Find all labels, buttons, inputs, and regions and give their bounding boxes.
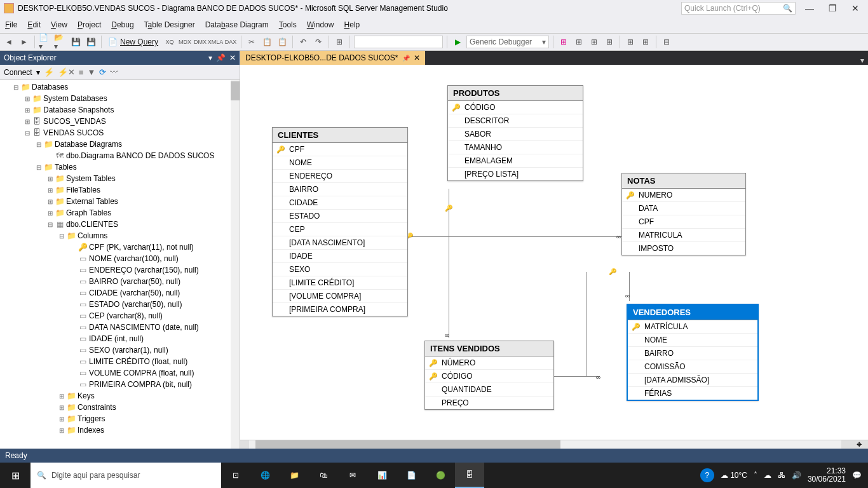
tree-item[interactable]: ▭BAIRRO (varchar(50), null) <box>0 276 240 287</box>
table-tool-2[interactable]: ⊞ <box>573 36 585 48</box>
tree-twisty[interactable]: ⊞ <box>57 393 66 400</box>
table-column[interactable]: [VOLUME COMPRA] <box>273 290 407 303</box>
table-column[interactable]: DATA <box>622 202 745 215</box>
table-column[interactable]: NOME <box>273 156 407 170</box>
new-query-button[interactable]: 📄 New Query <box>105 37 161 46</box>
disconnect-icon[interactable]: ⚡✕ <box>58 67 75 77</box>
table-column[interactable]: 🔑CÓDIGO <box>448 101 583 114</box>
table-column[interactable]: ESTADO <box>273 210 407 223</box>
tree-item[interactable]: ▭SEXO (varchar(1), null) <box>0 344 240 356</box>
connect-button[interactable]: Connect <box>4 68 32 77</box>
table-column[interactable]: SEXO <box>273 263 407 276</box>
open-button[interactable]: 📂▾ <box>54 36 67 48</box>
tree-item[interactable]: ▭VOLUME COMPRA (float, null) <box>0 367 240 379</box>
menu-file[interactable]: File <box>5 20 17 29</box>
diagram-table-itens[interactable]: ITENS VENDIDOS🔑NÚMERO🔑CÓDIGOQUANTIDADEPR… <box>424 341 554 410</box>
tree-twisty[interactable]: ⊞ <box>23 118 32 125</box>
tree-item[interactable]: ⊟🗄VENDAS SUCOS <box>0 127 240 139</box>
database-dropdown[interactable] <box>354 36 443 48</box>
menu-debug[interactable]: Debug <box>111 20 133 29</box>
table-column[interactable]: [LIMITE CRÉDITO] <box>273 276 407 290</box>
hscroll-thumb[interactable] <box>255 440 560 449</box>
table-column[interactable]: 🔑CÓDIGO <box>425 370 553 383</box>
taskbar-chrome[interactable]: 🟢 <box>426 463 455 488</box>
new-project-button[interactable]: 📄▾ <box>39 36 51 48</box>
menu-view[interactable]: View <box>51 20 67 29</box>
panel-pin-button[interactable]: 📌 <box>216 53 226 62</box>
tree-item[interactable]: ▭DATA NASCIMENTO (date, null) <box>0 322 240 333</box>
tree-item[interactable]: ▭ESTADO (varchar(50), null) <box>0 299 240 310</box>
table-tool-3[interactable]: ⊞ <box>588 36 600 48</box>
table-column[interactable]: COMISSÃO <box>628 360 757 374</box>
task-view-button[interactable]: ⊡ <box>221 463 250 488</box>
taskbar-mail[interactable]: ✉ <box>338 463 367 488</box>
hscroll-left-arrow[interactable] <box>240 440 249 449</box>
help-icon[interactable]: ? <box>700 468 714 482</box>
paste-button[interactable]: 📋 <box>276 36 288 48</box>
tree-item[interactable]: ▭PRIMEIRA COMPRA (bit, null) <box>0 379 240 390</box>
diagram-tool-2[interactable]: ⊞ <box>639 36 652 48</box>
taskbar-word[interactable]: 📄 <box>397 463 426 488</box>
tree-twisty[interactable]: ⊞ <box>57 404 66 411</box>
table-column[interactable]: FÉRIAS <box>628 387 757 400</box>
network-icon[interactable]: 🖧 <box>778 471 785 480</box>
tree-item[interactable]: ▭ENDEREÇO (varchar(150), null) <box>0 264 240 276</box>
tree-twisty[interactable]: ⊞ <box>23 107 32 114</box>
minimize-button[interactable]: — <box>801 2 818 15</box>
table-column[interactable]: SABOR <box>448 128 583 141</box>
nav-back-button[interactable]: ◄ <box>3 36 15 48</box>
redo-button[interactable]: ↷ <box>312 36 325 48</box>
taskbar-ssms[interactable]: 🗄 <box>455 463 484 488</box>
table-header[interactable]: VENDEDORES <box>628 305 757 320</box>
table-column[interactable]: [PREÇO LISTA] <box>448 168 583 180</box>
tray-chevron-up-icon[interactable]: ˄ <box>754 471 757 480</box>
tree-item[interactable]: ⊞📁System Databases <box>0 93 240 104</box>
connect-dropdown[interactable]: ▾ <box>36 68 40 77</box>
panel-menu-button[interactable]: ▾ <box>208 53 212 62</box>
tree-item[interactable]: ▭LIMITE CRÉDITO (float, null) <box>0 356 240 367</box>
taskbar-edge[interactable]: 🌐 <box>250 463 280 488</box>
activity-icon[interactable]: 〰 <box>110 67 118 77</box>
table-header[interactable]: ITENS VENDIDOS <box>425 341 553 356</box>
tree-item[interactable]: ▭CIDADE (varchar(50), null) <box>0 287 240 299</box>
diagram-tool-3[interactable]: ⊟ <box>660 36 673 48</box>
save-all-button[interactable]: 💾 <box>85 36 97 48</box>
cut-button[interactable]: ✂ <box>245 36 258 48</box>
table-column[interactable]: CIDADE <box>273 196 407 210</box>
menu-window[interactable]: Window <box>307 20 334 29</box>
table-column[interactable]: [DATA ADMISSÃO] <box>628 374 757 387</box>
document-tab[interactable]: DESKTOP-ELKOB5O...DE DADOS SUCOS* 📌 ✕ <box>240 51 425 65</box>
tree-item[interactable]: ⊞📁FileTables <box>0 184 240 196</box>
tree-item[interactable]: ⊞📁System Tables <box>0 173 240 184</box>
table-column[interactable]: PREÇO <box>425 396 553 409</box>
diagram-table-vendedores[interactable]: VENDEDORES🔑MATRÍCULANOMEBAIRROCOMISSÃO[D… <box>627 304 759 401</box>
table-column[interactable]: IDADE <box>273 250 407 263</box>
tree-twisty[interactable]: ⊟ <box>46 221 55 228</box>
volume-icon[interactable]: 🔊 <box>792 471 801 480</box>
taskbar-store[interactable]: 🛍 <box>309 463 338 488</box>
table-column[interactable]: CEP <box>273 223 407 236</box>
weather-widget[interactable]: ☁ 10°C <box>721 471 747 480</box>
diagram-table-notas[interactable]: NOTAS🔑NUMERODATACPFMATRICULAIMPOSTO <box>621 173 746 255</box>
table-tool-4[interactable]: ⊞ <box>603 36 616 48</box>
tree-twisty[interactable]: ⊞ <box>23 95 32 102</box>
tree-item[interactable]: 🗺dbo.Diagrama BANCO DE DADOS SUCOS <box>0 150 240 161</box>
tree-twisty[interactable]: ⊞ <box>57 427 66 434</box>
quick-launch-input[interactable]: Quick Launch (Ctrl+Q) 🔍 <box>681 2 796 15</box>
tree-item[interactable]: ⊞📁Keys <box>0 390 240 402</box>
script-button-3[interactable]: DMX <box>194 36 207 48</box>
tree-item[interactable]: ⊟📁Databases <box>0 81 240 93</box>
table-column[interactable]: BAIRRO <box>628 347 757 360</box>
tree-item[interactable]: ⊞📁Indexes <box>0 424 240 436</box>
tree-twisty[interactable]: ⊟ <box>57 233 66 240</box>
script-button-5[interactable]: DAX <box>224 36 237 48</box>
table-column[interactable]: TAMANHO <box>448 141 583 154</box>
pan-button[interactable]: ✥ <box>850 440 868 449</box>
taskbar-explorer[interactable]: 📁 <box>280 463 309 488</box>
tree-item[interactable]: ⊞📁Constraints <box>0 402 240 413</box>
diagram-hscrollbar[interactable]: ✥ <box>240 440 868 449</box>
tree-item[interactable]: ⊞📁Graph Tables <box>0 207 240 219</box>
save-button[interactable]: 💾 <box>69 36 82 48</box>
panel-close-button[interactable]: ✕ <box>229 53 236 62</box>
notifications-icon[interactable]: 💬 <box>852 471 862 480</box>
